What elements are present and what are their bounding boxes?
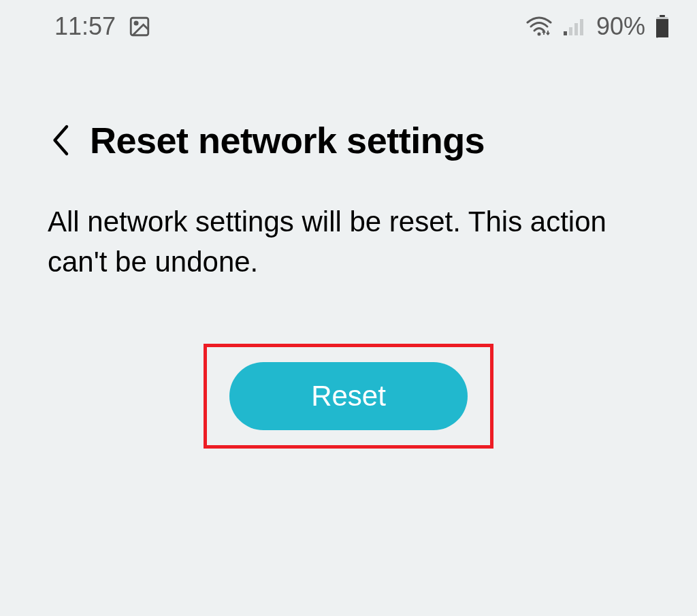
gallery-icon [128, 15, 151, 38]
description-text: All network settings will be reset. This… [0, 161, 697, 282]
reset-button[interactable]: Reset [229, 362, 468, 430]
battery-percentage: 90% [596, 12, 645, 41]
wifi-icon [525, 16, 553, 37]
svg-rect-3 [564, 31, 567, 35]
signal-icon [562, 16, 587, 37]
svg-rect-6 [580, 19, 583, 35]
page-title: Reset network settings [90, 119, 485, 161]
svg-point-2 [537, 33, 540, 36]
button-container: Reset [0, 344, 697, 449]
status-bar-left: 11:57 [54, 12, 151, 41]
svg-point-1 [135, 22, 137, 25]
status-bar: 11:57 [0, 0, 697, 48]
battery-icon [655, 15, 670, 38]
back-button[interactable] [49, 123, 71, 157]
svg-rect-4 [569, 27, 572, 35]
status-time: 11:57 [54, 12, 116, 41]
highlight-annotation: Reset [204, 344, 493, 449]
page-header: Reset network settings [0, 48, 697, 161]
svg-rect-5 [574, 23, 578, 35]
status-bar-right: 90% [525, 12, 670, 41]
svg-rect-7 [660, 15, 665, 17]
